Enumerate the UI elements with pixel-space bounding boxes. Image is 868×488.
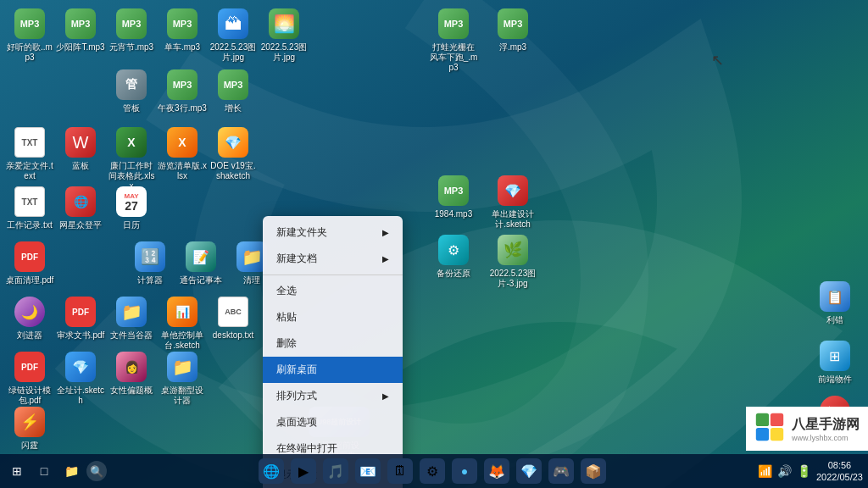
taskbar-app-11[interactable]: 📦 bbox=[581, 458, 606, 484]
icon-txt-3[interactable]: ABC desktop.txt bbox=[208, 295, 259, 341]
cm-new-doc-arrow: ▶ bbox=[382, 254, 389, 263]
taskbar-app-7[interactable]: ● bbox=[452, 458, 477, 484]
icon-xls-1[interactable]: X 廉门工作时间表格此.xlsx bbox=[106, 125, 157, 191]
icon-mp3-5[interactable]: MP3 打蛙光栅在风车下跑_.mp3 bbox=[428, 7, 479, 73]
cm-display-opts[interactable]: 桌面选项 bbox=[263, 409, 403, 435]
taskbar-app-8[interactable]: 🦊 bbox=[484, 458, 509, 484]
icon-right-2[interactable]: ⊞ 前端物件 bbox=[807, 339, 862, 385]
cm-new-folder[interactable]: 新建文件夹 ▶ 新建文件夹 新建文档 bbox=[263, 219, 403, 246]
cm-refresh[interactable]: 刷新桌面 bbox=[263, 357, 403, 383]
taskbar: ⊞ □ 📁 🔍 🌐 ▶ 🎵 📧 🗓 ⚙ ● 🦊 💎 bbox=[0, 454, 868, 488]
icon-app-netstar[interactable]: 🌐 网星众登平 bbox=[55, 185, 106, 230]
taskbar-left: ⊞ □ 📁 🔍 bbox=[5, 459, 107, 483]
taskbar-app-6[interactable]: ⚙ bbox=[420, 458, 445, 484]
taskbar-datetime[interactable]: 08:56 2022/05/23 bbox=[816, 459, 863, 484]
icon-img-2[interactable]: 🌅 2022.5.23图片.jpg bbox=[259, 7, 309, 63]
icon-folder-2[interactable]: 📁 文件当谷器 bbox=[106, 295, 157, 341]
taskbar-volume-icon[interactable]: 🔊 bbox=[777, 464, 792, 478]
cm-new-folder-arrow: ▶ bbox=[382, 228, 389, 237]
taskbar-app-2[interactable]: ▶ bbox=[291, 458, 316, 484]
icon-office[interactable]: W 蓝板 bbox=[55, 125, 106, 171]
watermark-logo-icon bbox=[754, 412, 785, 446]
icon-notepad[interactable]: 📝 通告记事本 bbox=[175, 240, 226, 286]
cm-paste[interactable]: 粘贴 bbox=[263, 304, 403, 330]
icon-pdf-3[interactable]: PDF 绿链设计模包.pdf bbox=[4, 350, 55, 406]
mouse-cursor: ↖ bbox=[711, 51, 724, 69]
cm-sort-arrow: ▶ bbox=[382, 391, 389, 401]
watermark-content: 八星手游网 www.lyshbx.com bbox=[792, 416, 860, 442]
taskbar-center: 🌐 ▶ 🎵 📧 🗓 ⚙ ● 🦊 💎 🎮 📦 bbox=[107, 458, 758, 484]
svg-rect-3 bbox=[756, 428, 769, 441]
taskbar-network-icon[interactable]: 📶 bbox=[758, 464, 772, 478]
icon-sketch-1[interactable]: 💎 DOE v19宝.shaketch bbox=[208, 125, 259, 181]
svg-rect-2 bbox=[771, 413, 783, 426]
icon-img-3[interactable]: 🌿 2022.5.23图片-3.jpg bbox=[487, 233, 538, 289]
desktop: MP3 好听的歌..mp3 MP3 少阳阵T.mp3 MP3 元宵节.mp3 M… bbox=[0, 0, 868, 454]
icon-pdf-2[interactable]: PDF 审求文书.pdf bbox=[55, 295, 106, 341]
icon-mp3-1[interactable]: MP3 好听的歌..mp3 bbox=[4, 7, 55, 63]
icon-app-backup[interactable]: ⚙ 备份还原 bbox=[428, 233, 479, 279]
taskbar-files-btn[interactable]: 📁 bbox=[59, 459, 83, 483]
icon-mp3-2[interactable]: MP3 少阳阵T.mp3 bbox=[55, 7, 106, 53]
taskbar-right: 📶 🔊 🔋 08:56 2022/05/23 bbox=[758, 459, 863, 484]
cm-sort[interactable]: 排列方式 ▶ bbox=[263, 383, 403, 409]
icon-thunder[interactable]: ⚡ 闪霆 bbox=[4, 405, 55, 451]
cm-new-doc[interactable]: 新建文档 ▶ bbox=[263, 246, 403, 272]
svg-rect-4 bbox=[771, 428, 783, 441]
icon-pdf-1[interactable]: PDF 桌面清理.pdf bbox=[4, 240, 55, 286]
taskbar-app-9[interactable]: 💎 bbox=[516, 458, 542, 484]
taskbar-app-3[interactable]: 🎵 bbox=[323, 458, 348, 484]
icon-mp3-6[interactable]: MP3 浮.mp3 bbox=[487, 7, 538, 53]
svg-rect-1 bbox=[756, 413, 769, 426]
icon-calc[interactable]: 🔢 计算器 bbox=[125, 240, 175, 286]
icon-txt-1[interactable]: TXT 亲爱定文件.text bbox=[4, 125, 55, 181]
icon-browser[interactable]: 🌙 刘进器 bbox=[4, 295, 55, 341]
icon-txt-2[interactable]: TXT 工作记录.txt bbox=[4, 185, 55, 230]
icon-mp3-7[interactable]: MP3 午夜3行.mp3 bbox=[157, 68, 208, 114]
taskbar-search-btn[interactable]: 🔍 bbox=[86, 461, 107, 481]
icon-xls-2[interactable]: X 游览清单版.xlsx bbox=[157, 125, 208, 181]
icon-right-1[interactable]: 📋 利错 bbox=[807, 280, 862, 325]
icon-sketch-2[interactable]: 💎 单出建设计计.sketch bbox=[487, 174, 538, 230]
taskbar-app-10[interactable]: 🎮 bbox=[548, 458, 574, 484]
watermark: 八星手游网 www.lyshbx.com bbox=[746, 407, 868, 451]
icon-img-1[interactable]: 🏔 2022.5.23图片.jpg bbox=[208, 7, 259, 63]
taskbar-start-btn[interactable]: ⊞ bbox=[5, 459, 29, 483]
icon-folder-3[interactable]: 📁 桌游翻型设计器 bbox=[157, 350, 208, 406]
cm-select-all[interactable]: 全选 bbox=[263, 278, 403, 304]
cm-delete[interactable]: 删除 bbox=[263, 330, 403, 357]
context-menu: 新建文件夹 ▶ 新建文件夹 新建文档 新建文档 ▶ 全选 粘贴 删除 刷新桌面 … bbox=[263, 216, 403, 488]
icon-mp3-3[interactable]: MP3 元宵节.mp3 bbox=[106, 7, 157, 53]
icon-mp3-8[interactable]: MP3 增长 bbox=[208, 68, 259, 114]
taskbar-battery-icon[interactable]: 🔋 bbox=[797, 464, 811, 478]
icon-mp3-4[interactable]: MP3 单车.mp3 bbox=[157, 7, 208, 53]
icon-calendar[interactable]: MAY 27 日历 bbox=[106, 185, 157, 230]
cm-divider-1 bbox=[263, 274, 403, 275]
icon-app-pink[interactable]: 👩 女性偏题概 bbox=[106, 350, 157, 396]
taskbar-desktop-btn[interactable]: □ bbox=[32, 459, 56, 483]
icon-mp3-9[interactable]: MP3 1984.mp3 bbox=[428, 174, 479, 219]
icon-sketch-3[interactable]: 💎 全址计.sketch bbox=[55, 350, 106, 406]
taskbar-app-4[interactable]: 📧 bbox=[355, 458, 381, 484]
icon-org[interactable]: 📊 单他控制单台.sketch bbox=[157, 295, 208, 351]
taskbar-app-5[interactable]: 🗓 bbox=[387, 458, 413, 484]
taskbar-app-1[interactable]: 🌐 bbox=[259, 458, 284, 484]
icon-app-guanban[interactable]: 管 管板 bbox=[106, 68, 157, 114]
